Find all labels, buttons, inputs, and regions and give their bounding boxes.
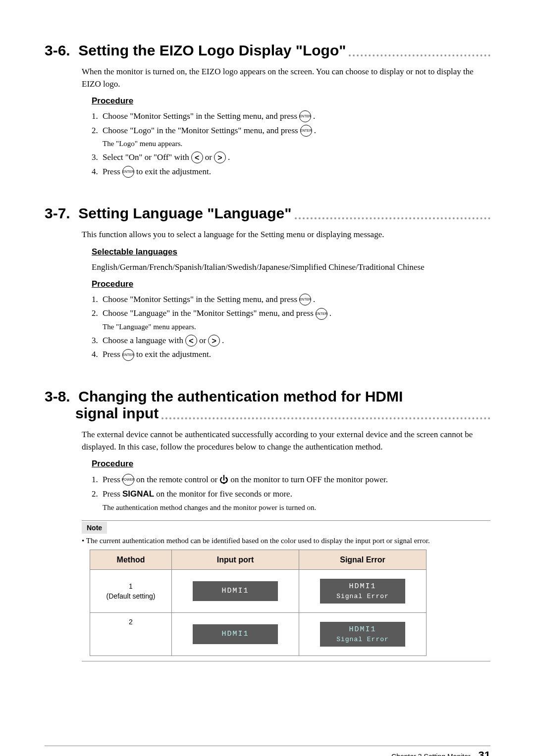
step-text-mid: on the remote control or — [136, 474, 217, 486]
table-header-signalerror: Signal Error — [299, 550, 427, 569]
step-number: 4. — [92, 349, 103, 361]
auth-method-table: Method Input port Signal Error 1 (Defaul… — [90, 550, 427, 656]
step-4: 4. Press ENTER to exit the adjustment. — [92, 349, 490, 361]
logo-menu-appears: The "Logo" menu appears. — [103, 139, 490, 150]
step-text: Press — [103, 488, 120, 501]
procedure-list-3-7: 1. Choose "Monitor Settings" in the Sett… — [92, 294, 490, 361]
step-text-tail: . — [313, 110, 315, 123]
signal-error-badge: HDMI1 Signal Error — [320, 579, 405, 604]
step-text: Press — [103, 166, 120, 178]
selectable-languages-label: Selectable languages — [92, 246, 490, 258]
power-symbol-icon: ⏻ — [219, 473, 228, 486]
note-box: Note • The current authentication method… — [82, 520, 490, 662]
page-footer: Chapter 3 Setting Monitor 31 — [45, 746, 490, 756]
right-icon: > — [208, 335, 220, 347]
cell-port-2: HDMI1 — [172, 613, 299, 656]
step-text-tail: on the monitor to turn OFF the monitor p… — [230, 474, 388, 486]
heading-3-7: 3-7. Setting Language "Language" — [45, 205, 292, 222]
step-text: Choose "Monitor Settings" in the Setting… — [103, 110, 297, 123]
step-number: 4. — [92, 166, 103, 178]
cell-port-1: HDMI1 — [172, 570, 299, 613]
step-text: Select "On" or "Off" with — [103, 151, 189, 164]
step-number: 3. — [92, 335, 103, 347]
section-3-7-intro: This function allows you to select a lan… — [82, 229, 490, 241]
step-1: 1. Press POWER on the remote control or … — [92, 473, 490, 486]
procedure-label-3-6: Procedure — [92, 95, 490, 107]
step-text: Choose a language with — [103, 335, 183, 347]
table-row: 2 HDMI1 HDMI1 Signal Error — [90, 613, 427, 656]
step-4: 4. Press ENTER to exit the adjustment. — [92, 166, 490, 178]
step-3: 3. Select "On" or "Off" with < or > . — [92, 151, 490, 164]
err-line2: Signal Error — [336, 635, 389, 645]
heading-dots — [295, 217, 490, 219]
table-header-method: Method — [90, 550, 172, 569]
language-menu-appears: The "Language" menu appears. — [103, 322, 490, 333]
procedure-label-3-7: Procedure — [92, 278, 490, 291]
step-1: 1. Choose "Monitor Settings" in the Sett… — [92, 110, 490, 123]
step-2: 2. Choose "Logo" in the "Monitor Setting… — [92, 125, 490, 137]
signal-button-label: SIGNAL — [122, 488, 154, 501]
step-number: 1. — [92, 294, 103, 306]
enter-icon: ENTER — [299, 110, 311, 122]
input-port-badge: HDMI1 — [193, 581, 278, 601]
procedure-list-3-6: 1. Choose "Monitor Settings" in the Sett… — [92, 110, 490, 178]
signal-error-badge: HDMI1 Signal Error — [320, 622, 405, 647]
step-text-tail: . — [222, 335, 224, 347]
section-3-7-body: This function allows you to select a lan… — [82, 229, 490, 361]
right-icon: > — [214, 151, 226, 163]
step-number: 3. — [92, 151, 103, 164]
step-text-tail: . — [329, 307, 331, 320]
step-3: 3. Choose a language with < or > . — [92, 335, 490, 347]
heading-dots — [161, 417, 490, 419]
procedure-list-3-8: 1. Press POWER on the remote control or … — [92, 473, 490, 513]
section-3-6-body: When the monitor is turned on, the EIZO … — [82, 66, 490, 178]
step-2: 2. Choose "Language" in the "Monitor Set… — [92, 307, 490, 320]
step-text-tail: . — [314, 125, 316, 137]
step-number: 1. — [92, 474, 103, 486]
step-number: 2. — [92, 488, 103, 501]
step-text: Choose "Language" in the "Monitor Settin… — [103, 307, 314, 320]
heading-dots — [349, 54, 490, 56]
cell-error-1: HDMI1 Signal Error — [299, 570, 427, 613]
heading-3-8-line2: signal input — [45, 405, 159, 422]
table-header-inputport: Input port — [172, 550, 299, 569]
step-text-tail: . — [228, 151, 230, 164]
input-port-badge: HDMI1 — [193, 624, 278, 644]
procedure-label-3-8: Procedure — [92, 458, 490, 470]
heading-3-8-line1: 3-8. Changing the authentication method … — [45, 388, 407, 405]
heading-3-8-row: 3-8. Changing the authentication method … — [45, 388, 490, 422]
auth-changes-note: The authentication method changes and th… — [103, 503, 490, 513]
power-text-icon: POWER — [122, 474, 134, 486]
section-3-8-body: The external device cannot be authentica… — [82, 429, 490, 661]
cell-method-2: 2 — [90, 613, 172, 656]
err-line2: Signal Error — [336, 592, 389, 602]
enter-icon: ENTER — [299, 294, 311, 305]
heading-3-7-row: 3-7. Setting Language "Language" — [45, 205, 490, 222]
enter-icon: ENTER — [122, 166, 134, 178]
method-default: (Default setting) — [93, 591, 168, 601]
step-text-tail: to exit the adjustment. — [136, 349, 211, 361]
step-text: Press — [103, 474, 120, 486]
step-number: 2. — [92, 307, 103, 320]
step-1: 1. Choose "Monitor Settings" in the Sett… — [92, 294, 490, 306]
selectable-languages-list: English/German/French/Spanish/Italian/Sw… — [92, 261, 490, 274]
enter-icon: ENTER — [300, 125, 312, 137]
left-icon: < — [191, 151, 203, 163]
step-text-tail: on the monitor for five seconds or more. — [156, 488, 292, 501]
step-number: 2. — [92, 125, 103, 137]
step-2: 2. Press SIGNAL on the monitor for five … — [92, 488, 490, 501]
or-text: or — [199, 335, 206, 347]
page-root: 3-6. Setting the EIZO Logo Display "Logo… — [0, 0, 535, 756]
section-3-6-intro: When the monitor is turned on, the EIZO … — [82, 66, 490, 90]
cell-method-1: 1 (Default setting) — [90, 570, 172, 613]
enter-icon: ENTER — [316, 308, 327, 320]
footer-page-number: 31 — [479, 749, 490, 756]
step-text: Press — [103, 349, 120, 361]
method-number: 2 — [93, 617, 168, 627]
step-text-tail: . — [313, 294, 315, 306]
method-number: 1 — [93, 581, 168, 591]
step-text: Choose "Monitor Settings" in the Setting… — [103, 294, 297, 306]
note-bullet: • The current authentication method can … — [82, 536, 490, 547]
heading-3-6: 3-6. Setting the EIZO Logo Display "Logo… — [45, 42, 346, 59]
port-line1: HDMI1 — [222, 586, 249, 597]
